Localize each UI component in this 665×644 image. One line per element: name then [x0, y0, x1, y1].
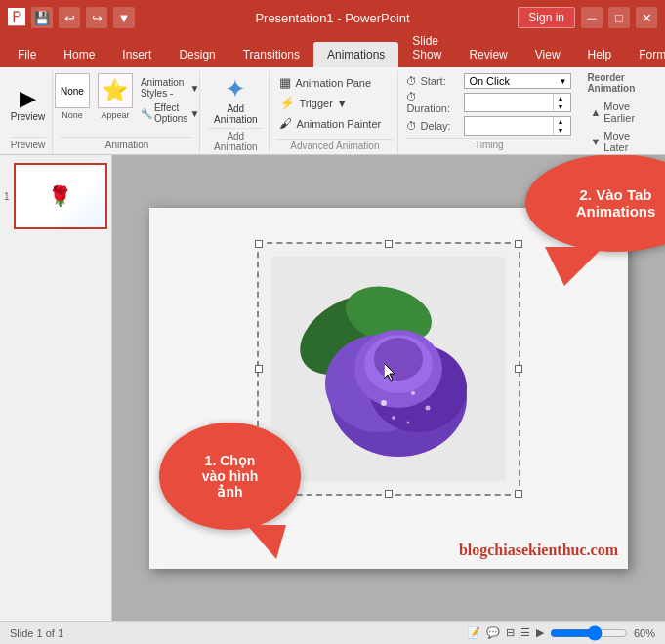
timing-delay-row: ⏱ Delay: ▲ ▼ — [406, 116, 571, 136]
delay-spin-up[interactable]: ▲ — [554, 117, 566, 126]
tab-design[interactable]: Design — [165, 42, 229, 67]
callout-2-text: 2. Vào Tab Animations — [576, 186, 656, 220]
ribbon-group-advanced-animation: ▦ Animation Pane ⚡ Trigger ▼ 🖌 Animation… — [271, 71, 398, 154]
add-animation-button[interactable]: ✦ Add Animation — [208, 73, 263, 128]
dropdown-icon: ▼ — [189, 83, 199, 94]
handle-bottom-center[interactable] — [385, 490, 393, 498]
watermark: blogchiasekienthuc.com — [459, 542, 618, 559]
ribbon-group-reorder: Reorder Animation ▲ Move Earlier ▼ Move … — [579, 71, 661, 154]
customize-button[interactable]: ▼ — [113, 7, 135, 28]
delay-field[interactable] — [465, 119, 553, 133]
outline-view-button[interactable]: ☰ — [520, 626, 530, 639]
slide-thumb-image: 🌹 — [16, 165, 105, 227]
animation-group-buttons: None None ⭐ Appear Animation Styles - ▼ … — [55, 73, 199, 137]
svg-point-10 — [411, 391, 415, 395]
handle-top-right[interactable] — [515, 240, 522, 248]
comments-button[interactable]: 💬 — [486, 626, 500, 639]
preview-button[interactable]: ▶ Preview — [6, 85, 51, 125]
ribbon-group-animation: None None ⭐ Appear Animation Styles - ▼ … — [55, 71, 200, 154]
ribbon-group-add-animation: ✦ Add Animation Add Animation — [202, 71, 270, 154]
powerpoint-logo-icon: 🅿 — [8, 8, 25, 28]
delay-input[interactable]: ▲ ▼ — [464, 116, 571, 136]
title-bar-center: Presentation1 - PowerPoint — [225, 11, 441, 25]
svg-point-11 — [426, 405, 431, 410]
callout-2-container: 2. Vào Tab Animations — [525, 155, 665, 252]
move-earlier-button[interactable]: ▲ Move Earlier — [587, 100, 653, 125]
delay-spin-down[interactable]: ▼ — [554, 126, 566, 135]
animation-group-label: Animation — [61, 137, 193, 152]
save-button[interactable]: 💾 — [31, 7, 53, 28]
close-button[interactable]: ✕ — [636, 7, 657, 28]
duration-spin-down[interactable]: ▼ — [554, 102, 566, 111]
minimize-button[interactable]: ─ — [581, 7, 603, 28]
animation-star-button[interactable]: ⭐ — [98, 73, 133, 108]
ribbon-tabs: File Home Insert Design Transitions Anim… — [0, 35, 665, 67]
preview-icon: ▶ — [20, 88, 36, 109]
tab-transitions[interactable]: Transitions — [229, 42, 313, 67]
title-bar-left: 🅿 💾 ↩ ↪ ▼ — [8, 7, 225, 28]
status-bar: Slide 1 of 1 📝 💬 ⊟ ☰ ▶ 60% — [0, 621, 665, 644]
status-right: 📝 💬 ⊟ ☰ ▶ 60% — [467, 625, 655, 641]
main-content: 1 🌹 2. Vào Tab Animations — [0, 155, 665, 621]
none-label: None — [62, 110, 83, 120]
slide-thumb-container: 1 🌹 — [4, 163, 107, 229]
handle-bottom-right[interactable] — [515, 490, 522, 498]
start-select[interactable]: On Click ▼ — [464, 73, 571, 89]
sign-in-button[interactable]: Sign in — [518, 7, 575, 28]
trigger-button[interactable]: ⚡ Trigger ▼ — [275, 94, 394, 112]
tab-file[interactable]: File — [4, 42, 50, 67]
tab-animations[interactable]: Animations — [313, 42, 398, 67]
redo-button[interactable]: ↪ — [86, 7, 107, 28]
handle-middle-right[interactable] — [515, 365, 522, 373]
duration-input[interactable]: ▲ ▼ — [464, 93, 571, 112]
advanced-animation-buttons: ▦ Animation Pane ⚡ Trigger ▼ 🖌 Animation… — [275, 73, 394, 139]
ribbon-group-timing: ⏱ Start: On Click ▼ ⏱ Duration: ▲ ▼ — [400, 71, 577, 154]
tab-format[interactable]: Format — [625, 42, 665, 67]
delay-icon: ⏱ — [406, 120, 417, 132]
slideshow-view-button[interactable]: ▶ — [536, 626, 544, 639]
duration-label: ⏱ Duration: — [406, 91, 460, 114]
move-later-icon: ▼ — [590, 136, 601, 147]
preview-buttons: ▶ Preview — [6, 73, 51, 137]
duration-icon: ⏱ — [406, 91, 417, 102]
maximize-button[interactable]: □ — [608, 7, 630, 28]
notes-button[interactable]: 📝 — [467, 626, 480, 639]
zoom-slider[interactable] — [550, 625, 628, 641]
rose-svg — [271, 257, 506, 481]
duration-spinners: ▲ ▼ — [553, 94, 566, 111]
duration-field[interactable] — [465, 96, 553, 109]
handle-top-left[interactable] — [255, 240, 263, 248]
trigger-icon: ⚡ — [279, 96, 295, 110]
slide-view: 2. Vào Tab Animations — [112, 155, 665, 621]
handle-top-center[interactable] — [385, 240, 393, 248]
slide-thumbnail[interactable]: 🌹 — [14, 163, 107, 229]
tab-view[interactable]: View — [521, 42, 574, 67]
undo-button[interactable]: ↩ — [59, 7, 80, 28]
timing-group-label: Timing — [406, 138, 571, 151]
none-animation-button[interactable]: None — [55, 73, 90, 108]
delay-spinners: ▲ ▼ — [553, 117, 566, 135]
slide-panel: 1 🌹 — [0, 155, 112, 621]
slide-number: 1 — [4, 191, 10, 202]
svg-point-12 — [392, 416, 395, 420]
effect-options-button[interactable]: 🔧 Effect Options ▼ — [141, 102, 199, 124]
tab-help[interactable]: Help — [574, 42, 626, 67]
advanced-animation-label: Advanced Animation — [275, 139, 394, 152]
slide-canvas[interactable]: 2. Vào Tab Animations — [149, 208, 628, 569]
clock-icon: ⏱ — [406, 75, 417, 87]
tab-insert[interactable]: Insert — [108, 42, 165, 67]
duration-spin-up[interactable]: ▲ — [554, 94, 566, 102]
animation-painter-button[interactable]: 🖌 Animation Painter — [275, 114, 394, 133]
tab-slideshow[interactable]: Slide Show — [398, 28, 455, 67]
tab-review[interactable]: Review — [455, 42, 520, 67]
normal-view-button[interactable]: ⊟ — [506, 626, 515, 639]
move-earlier-icon: ▲ — [590, 106, 601, 118]
animation-pane-button[interactable]: ▦ Animation Pane — [275, 73, 394, 92]
callout-1-text: 1. Chọn vào hình ảnh — [192, 443, 269, 509]
svg-point-9 — [381, 400, 387, 406]
tab-home[interactable]: Home — [50, 42, 108, 67]
animation-styles-button[interactable]: Animation Styles - ▼ — [141, 77, 199, 99]
handle-middle-left[interactable] — [255, 365, 263, 373]
move-later-button[interactable]: ▼ Move Later — [587, 129, 653, 154]
window-title: Presentation1 - PowerPoint — [255, 11, 409, 25]
